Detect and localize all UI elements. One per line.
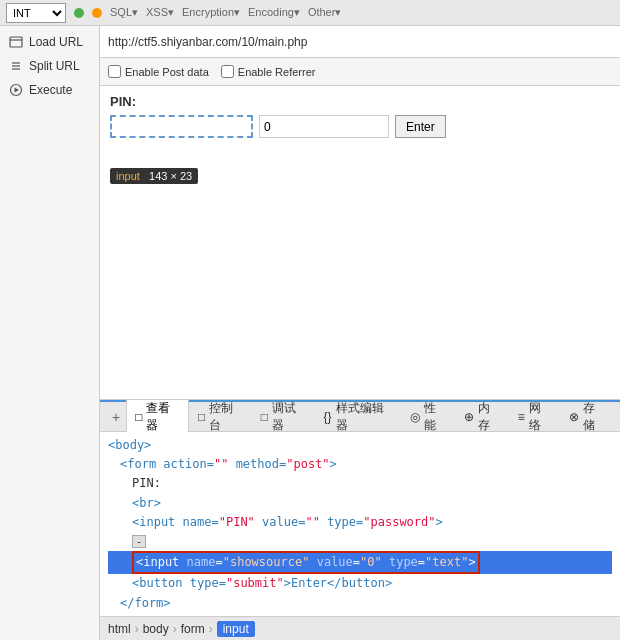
console-icon: □ xyxy=(198,410,205,424)
enter-button[interactable]: Enter xyxy=(395,115,446,138)
tab-inspector-label: 查看器 xyxy=(146,400,180,434)
breadcrumb-sep2: › xyxy=(173,622,177,636)
tree-line[interactable]: <br> xyxy=(108,494,612,513)
pin-input-row: Enter xyxy=(110,115,610,138)
debugger-icon: □ xyxy=(261,410,268,424)
other-menu[interactable]: Other▾ xyxy=(308,6,342,19)
red-box-indicator: <input name="showsource" value="0" type=… xyxy=(132,551,480,574)
pin-text-node: PIN: xyxy=(132,476,161,490)
inspector-icon: □ xyxy=(135,410,142,424)
sidebar-item-load-url[interactable]: Load URL xyxy=(0,30,99,54)
breadcrumb-sep3: › xyxy=(209,622,213,636)
collapse-toggle[interactable]: - xyxy=(132,535,146,548)
tab-debugger-label: 调试器 xyxy=(272,400,306,434)
tab-performance-label: 性能 xyxy=(424,400,446,434)
breadcrumb-sep1: › xyxy=(135,622,139,636)
breadcrumb: html › body › form › input xyxy=(100,616,620,640)
tree-line[interactable]: PIN: xyxy=(108,474,612,493)
tree-line[interactable]: <input name="PIN" value="" type="passwor… xyxy=(108,513,612,532)
svg-marker-6 xyxy=(15,88,20,93)
tree-line[interactable]: </form> xyxy=(108,594,612,613)
tree-line[interactable]: <button type="submit">Enter</button> xyxy=(108,574,612,593)
tree-line[interactable]: <form action="" method="post"> xyxy=(108,455,612,474)
tab-memory-label: 内存 xyxy=(478,400,500,434)
split-url-icon xyxy=(8,58,24,74)
devtools-add-button[interactable]: + xyxy=(106,407,126,427)
url-text: http://ctf5.shiyanbar.com/10/main.php xyxy=(108,35,612,49)
enable-post-checkbox[interactable] xyxy=(108,65,121,78)
pin-value-input[interactable] xyxy=(259,115,389,138)
breadcrumb-body[interactable]: body xyxy=(143,622,169,636)
enable-referrer-checkbox[interactable] xyxy=(221,65,234,78)
sidebar: Load URL Split URL Execute xyxy=(0,26,100,640)
svg-rect-0 xyxy=(10,37,22,47)
dot-green-icon xyxy=(74,8,84,18)
dot-orange-icon xyxy=(92,8,102,18)
html-tree: <body> <form action="" method="post"> PI… xyxy=(100,432,620,616)
devtools-tabs: + □ 查看器 □ 控制台 □ 调试器 {} 样式编辑器 xyxy=(100,402,620,432)
breadcrumb-html[interactable]: html xyxy=(108,622,131,636)
tab-network-label: 网络 xyxy=(529,400,551,434)
preview-area: PIN: Enter input 143 × 23 xyxy=(100,86,620,400)
tree-line[interactable]: <body> xyxy=(108,436,612,455)
main-container: Load URL Split URL Execute http://ctf5.s… xyxy=(0,26,620,640)
pin-label: PIN: xyxy=(110,94,610,109)
breadcrumb-form[interactable]: form xyxy=(181,622,205,636)
enable-referrer-label[interactable]: Enable Referrer xyxy=(221,65,316,78)
tree-line[interactable]: - xyxy=(108,532,612,551)
memory-icon: ⊕ xyxy=(464,410,474,424)
tooltip-label: input xyxy=(116,170,140,182)
tag-button: <button type="submit">Enter</button> xyxy=(132,576,392,590)
sidebar-item-split-url[interactable]: Split URL xyxy=(0,54,99,78)
pin-input[interactable] xyxy=(110,115,253,138)
tag-body-open: <body> xyxy=(108,438,151,452)
tag-form: <form action="" method="post"> xyxy=(120,457,337,471)
execute-icon xyxy=(8,82,24,98)
tooltip-size: 143 × 23 xyxy=(149,170,192,182)
split-url-label: Split URL xyxy=(29,59,80,73)
load-url-label: Load URL xyxy=(29,35,83,49)
sql-menu[interactable]: SQL▾ xyxy=(110,6,138,19)
execute-label: Execute xyxy=(29,83,72,97)
encryption-menu[interactable]: Encryption▾ xyxy=(182,6,240,19)
enable-post-label[interactable]: Enable Post data xyxy=(108,65,209,78)
devtools-panel: + □ 查看器 □ 控制台 □ 调试器 {} 样式编辑器 xyxy=(100,400,620,640)
encoding-menu[interactable]: Encoding▾ xyxy=(248,6,300,19)
tag-br: <br> xyxy=(132,496,161,510)
content-area: http://ctf5.shiyanbar.com/10/main.php En… xyxy=(100,26,620,640)
url-bar: http://ctf5.shiyanbar.com/10/main.php xyxy=(100,26,620,58)
xss-menu[interactable]: XSS▾ xyxy=(146,6,174,19)
options-row: Enable Post data Enable Referrer xyxy=(100,58,620,86)
tab-storage-label: 存储 xyxy=(583,400,605,434)
tag-form-close: </form> xyxy=(120,596,171,610)
load-url-icon xyxy=(8,34,24,50)
tag-input-pin: <input name="PIN" value="" type="passwor… xyxy=(132,515,443,529)
top-toolbar: INT SQL▾ XSS▾ Encryption▾ Encoding▾ Othe… xyxy=(0,0,620,26)
storage-icon: ⊗ xyxy=(569,410,579,424)
pin-section: PIN: Enter xyxy=(100,86,620,146)
tree-line-highlighted[interactable]: <input name="showsource" value="0" type=… xyxy=(108,551,612,574)
performance-icon: ◎ xyxy=(410,410,420,424)
tab-console-label: 控制台 xyxy=(209,400,243,434)
breadcrumb-input[interactable]: input xyxy=(217,621,255,637)
input-tooltip: input 143 × 23 xyxy=(110,168,198,184)
sidebar-item-execute[interactable]: Execute xyxy=(0,78,99,102)
style-editor-icon: {} xyxy=(324,410,332,424)
network-icon: ≡ xyxy=(518,410,525,424)
int-select[interactable]: INT xyxy=(6,3,66,23)
tab-style-editor-label: 样式编辑器 xyxy=(336,400,392,434)
